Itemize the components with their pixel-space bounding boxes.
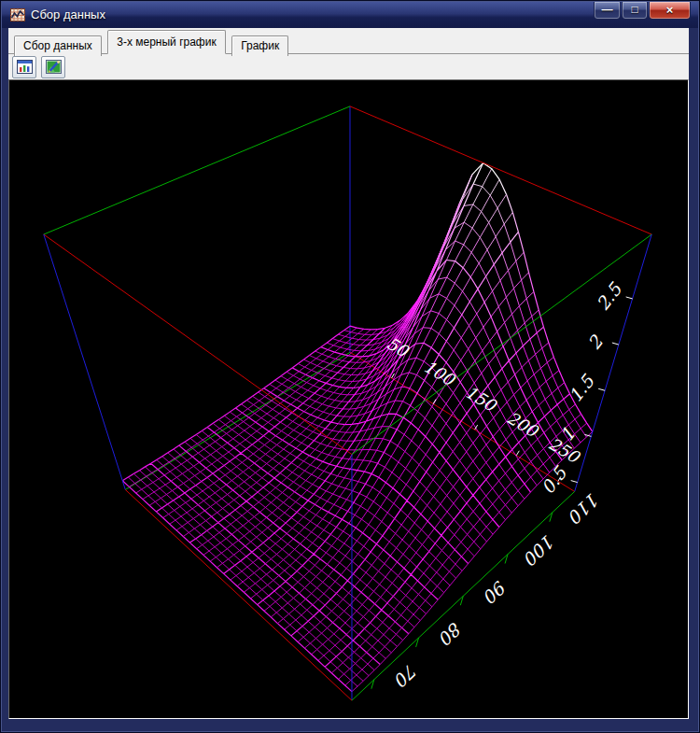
minimize-button[interactable]: — bbox=[594, 2, 621, 20]
plot-area[interactable]: 708090100110501001502002500.511.522.5 bbox=[8, 79, 689, 719]
client-area: Сбор данных 3-х мерный график График bbox=[8, 28, 689, 719]
surface-plot[interactable]: 708090100110501001502002500.511.522.5 bbox=[9, 80, 688, 718]
edit-graph-button[interactable] bbox=[41, 56, 65, 78]
tab-bar: Сбор данных 3-х мерный график График bbox=[8, 30, 689, 54]
maximize-button[interactable]: □ bbox=[622, 2, 648, 20]
title-bar[interactable]: Сбор данных — □ × bbox=[2, 2, 698, 28]
image-edit-icon bbox=[46, 60, 62, 74]
toolbar bbox=[8, 54, 689, 79]
app-window: Сбор данных — □ × Сбор данных 3-х мерный… bbox=[0, 0, 700, 733]
close-button[interactable]: × bbox=[649, 2, 691, 20]
tab-3d-graph[interactable]: 3-х мерный график bbox=[107, 30, 225, 54]
tab-graph[interactable]: График bbox=[231, 35, 288, 56]
tab-data-collection[interactable]: Сбор данных bbox=[14, 35, 102, 56]
window-title: Сбор данных bbox=[31, 7, 105, 21]
window-controls: — □ × bbox=[593, 2, 691, 20]
chart-view-button[interactable] bbox=[12, 56, 36, 78]
bar-chart-icon bbox=[17, 60, 33, 74]
chart-window-icon bbox=[10, 7, 25, 22]
